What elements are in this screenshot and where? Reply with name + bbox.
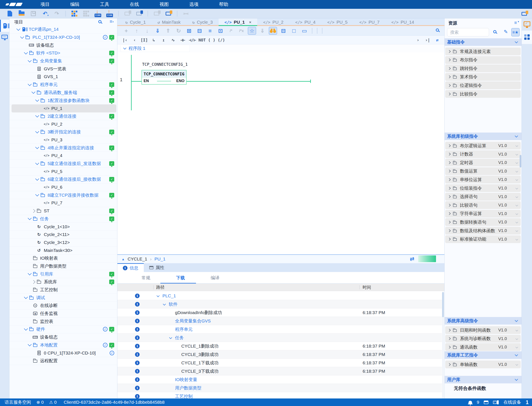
collapse-all-icon[interactable]: ≡	[110, 19, 112, 24]
resource-item[interactable]: 数值运算V1.0	[445, 167, 521, 175]
item-chevron-icon[interactable]	[448, 238, 451, 241]
tab-pu_2[interactable]: </>PU_2	[257, 18, 289, 26]
notification-count[interactable]: 9	[477, 400, 479, 405]
skip-to-end-button[interactable]: ›|	[423, 36, 432, 44]
device-check-icon[interactable]	[524, 21, 530, 26]
version-dropdown-icon[interactable]	[516, 195, 518, 198]
resource-item[interactable]: 定时器V1.0	[445, 159, 521, 167]
item-chevron-icon[interactable]	[448, 363, 451, 366]
error-count[interactable]: 0	[41, 400, 44, 405]
tree-item-selected[interactable]: </>PU_1	[12, 104, 116, 112]
tree-item[interactable]: PLC_1[T324-XP-CD-10]✓✓	[9, 34, 117, 42]
skip-to-start-button[interactable]: |‹	[121, 36, 129, 44]
item-chevron-icon[interactable]	[448, 58, 451, 61]
resource-item[interactable]: 单轴函数V1.0	[445, 361, 521, 368]
tree-item[interactable]: 4终止并重连指定的连接✓	[9, 144, 117, 152]
upload-program-button[interactable]	[105, 9, 114, 18]
project-search-icon[interactable]	[98, 20, 101, 23]
comment-button[interactable]: ⊡	[216, 27, 225, 35]
log-row[interactable]: iCYCLE_3删除成功6:18:37 PM	[117, 350, 442, 359]
redo-button[interactable]: ↷	[52, 9, 61, 18]
version-dropdown-icon[interactable]	[516, 144, 518, 147]
network-header-box[interactable]: 程序段 1	[120, 45, 190, 52]
log-row[interactable]: iIO映射变量	[117, 376, 442, 384]
log-row-label[interactable]: 程序单元	[175, 326, 193, 332]
version-dropdown-icon[interactable]	[516, 329, 518, 332]
resource-item[interactable]: 位组装指令V1.0	[445, 184, 521, 192]
cross-reference-button[interactable]	[181, 9, 190, 18]
resource-item[interactable]: 系统与诊断函数V1.0	[445, 335, 521, 342]
insert-box-button[interactable]: [I]	[140, 36, 148, 44]
block-instance-label[interactable]: TCP_CONNECTCONFIG_1	[142, 62, 187, 67]
item-chevron-icon[interactable]	[448, 204, 451, 207]
tree-item[interactable]: 8建立TCP连接并接收数据✓	[9, 191, 117, 199]
tree-item[interactable]: ↻Cycle_3<12>	[9, 239, 117, 247]
tree-item[interactable]: 6建立通信连接后_接收数据✓	[9, 175, 117, 183]
tree-item[interactable]: TCP通讯pn_14	[9, 26, 117, 34]
resource-item[interactable]: 常规及连接元素	[445, 48, 521, 55]
version-dropdown-icon[interactable]	[516, 229, 518, 232]
log-row-label[interactable]: IO映射变量	[175, 377, 197, 383]
download-program-button[interactable]	[93, 9, 102, 18]
download-compare-button[interactable]: ⇓	[258, 27, 267, 35]
resource-item[interactable]: 选择语句V1.0	[445, 193, 521, 201]
tab-cycle_3[interactable]: ↻Cycle_3	[186, 18, 218, 26]
resource-item[interactable]: 布尔逻辑运算V1.0	[445, 142, 521, 150]
item-chevron-icon[interactable]	[448, 195, 451, 198]
notifications-bell-icon[interactable]	[468, 401, 472, 404]
tree-item[interactable]: </>PU_6	[9, 183, 117, 191]
tree-item[interactable]: 设备组态	[9, 41, 117, 49]
ladder-canvas[interactable]: 1 TCP_CONNECTCONFIG_1 TCP_CONNECTCONFIG …	[117, 52, 444, 254]
tree-item[interactable]: 远程配置	[9, 357, 117, 365]
column-time[interactable]: 时间	[363, 284, 371, 290]
subtab-3[interactable]: 编译	[211, 275, 219, 281]
resource-item[interactable]: 标准验证功能V1.0	[445, 235, 521, 243]
tree-item[interactable]: 硬件✓✓	[9, 325, 117, 333]
item-chevron-icon[interactable]	[448, 153, 451, 156]
contact-nc-button[interactable]: ⊣/⊢	[188, 36, 197, 44]
log-row-label[interactable]: 任务	[175, 335, 184, 341]
resource-item[interactable]: 位逻辑指令	[445, 81, 521, 89]
warning-icon[interactable]: ⚠	[49, 400, 53, 405]
tree-chevron-icon[interactable]	[24, 295, 28, 299]
split-vertical-button[interactable]: □	[290, 27, 298, 35]
editor-search-icon[interactable]	[436, 29, 439, 32]
log-row[interactable]: i全局变量集合GVS	[117, 317, 442, 325]
save-button[interactable]	[29, 9, 38, 18]
tree-chevron-icon[interactable]	[28, 272, 31, 275]
tab-cycle_1[interactable]: ↻Cycle_1	[120, 18, 151, 26]
coil-button[interactable]: ( )	[208, 36, 216, 44]
resource-item[interactable]: 算术指令	[445, 73, 521, 81]
section-chevron-icon[interactable]	[515, 40, 518, 43]
tree-chevron-icon[interactable]	[35, 193, 39, 196]
tree-item[interactable]: 工艺控制	[9, 286, 117, 294]
move-up-button[interactable]: ↑	[133, 27, 141, 35]
tree-item[interactable]: 任务✓	[9, 215, 117, 223]
section-chevron-icon[interactable]	[515, 319, 518, 322]
new-project-button[interactable]	[6, 9, 14, 18]
undo-button[interactable]: ↶▼	[41, 9, 49, 18]
tree-item[interactable]: 全局变量集✓	[9, 57, 117, 65]
tree-chevron-icon[interactable]	[35, 114, 39, 117]
compile-clean-button[interactable]	[82, 9, 90, 18]
log-row[interactable]: iCYCLE_1删除成功6:18:37 PM	[117, 342, 442, 350]
online-device-icon[interactable]	[493, 401, 497, 404]
resource-item[interactable]: 日期和时间函数V1.0	[445, 326, 521, 334]
item-chevron-icon[interactable]	[448, 67, 451, 70]
tree-item[interactable]: 软件 <STD>✓	[9, 49, 117, 57]
comment-remove-button[interactable]: /*x	[237, 27, 246, 35]
tree-item[interactable]: ↻Cycle_2<11>	[9, 231, 117, 239]
log-row[interactable]: i用户数据类型	[117, 384, 442, 392]
tree-chevron-icon[interactable]	[31, 90, 35, 94]
export-element-button[interactable]: ⇑	[164, 27, 172, 35]
version-dropdown-icon[interactable]	[516, 153, 518, 156]
tree-item[interactable]: 通讯函数_服务端✓	[9, 89, 117, 97]
warning-count[interactable]: 0	[54, 400, 57, 405]
tree-chevron-icon[interactable]	[35, 145, 39, 149]
menu-item-3[interactable]: 工具	[90, 1, 120, 7]
item-chevron-icon[interactable]	[448, 328, 451, 332]
tree-chevron-icon[interactable]	[24, 327, 28, 330]
tree-item[interactable]: 本地配置✓✓	[9, 341, 117, 349]
item-chevron-icon[interactable]	[448, 337, 451, 340]
item-chevron-icon[interactable]	[448, 212, 451, 215]
